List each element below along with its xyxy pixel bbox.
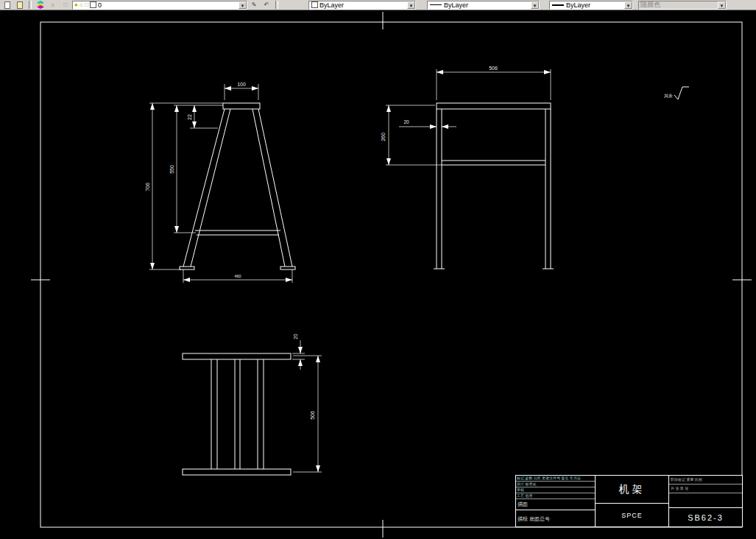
color-combo[interactable]: ByLayer ▼ <box>308 1 416 10</box>
dim-top-depth: 506 <box>310 411 315 420</box>
title-block-revision-table: 标记 处数 分区 更改文件号 签名 年月日 设计 标准化 审核 工艺 批准 描图… <box>516 476 596 526</box>
dim-front-total-height: 706 <box>145 183 150 191</box>
linetype-combo[interactable]: ByLayer ▼ <box>427 1 540 10</box>
revision-row: 工艺 批准 <box>516 493 595 499</box>
page-glyph <box>4 1 10 9</box>
part-name: 机架 <box>596 476 668 504</box>
toolbar: ☼ □ ● ☼ □ 0 ▼ ✎ ↶ ByLayer ▼ ByLayer ▼ By… <box>0 0 756 10</box>
color-combo-value: ByLayer <box>319 1 407 9</box>
drawing-canvas[interactable]: 100 22 550 706 460 506 260 20 20 506 其余 … <box>0 10 756 539</box>
toolbar-separator <box>275 1 278 9</box>
title-block-info-row: 阶段标记 重量 比例 <box>669 476 742 485</box>
title-block-name-column: 机架 SPCE <box>596 476 669 526</box>
color-combo-dropdown-arrow[interactable]: ▼ <box>407 1 415 9</box>
dim-front-bottom-width: 460 <box>234 274 241 278</box>
side-view-dimensions <box>386 69 551 165</box>
dim-side-height: 260 <box>381 133 386 141</box>
title-block-info-row: 共 张 第 张 <box>669 485 742 493</box>
title-block-sign-row: 描校 底图总号 <box>516 510 595 526</box>
color-swatch <box>311 1 318 8</box>
revision-row: 标记 处数 分区 更改文件号 签名 年月日 <box>516 476 595 482</box>
top-view <box>183 353 291 475</box>
dim-front-offset: 22 <box>187 114 192 120</box>
revision-row: 审核 <box>516 487 595 493</box>
linetype-combo-value: ByLayer <box>444 1 531 9</box>
layer-previous-icon[interactable]: ↶ <box>261 1 272 10</box>
side-view <box>434 103 554 269</box>
layer-freeze-sun-icon: ☼ <box>79 1 84 9</box>
plotstyle-combo-dropdown-arrow: ▼ <box>718 1 726 9</box>
lineweight-combo-value: ByLayer <box>566 1 624 9</box>
roughness-note-text: 其余 <box>664 94 673 99</box>
layer-combo[interactable]: ● ☼ □ 0 ▼ <box>72 1 247 10</box>
pencil-icon: ✎ <box>252 1 257 8</box>
dim-side-thickness: 20 <box>403 119 409 124</box>
front-view-dimensions <box>149 84 292 283</box>
drawing-number: SB62-3 <box>669 508 742 526</box>
dim-side-width: 506 <box>489 66 498 71</box>
layer-lock-icon: □ <box>85 1 88 9</box>
plotstyle-combo-value: 随颜色 <box>640 1 718 10</box>
layer-isolate-icon[interactable]: □ <box>60 1 71 10</box>
title-block-spacer <box>669 493 742 508</box>
new-drawing-icon[interactable] <box>1 1 13 10</box>
lineweight-combo-dropdown-arrow[interactable]: ▼ <box>624 1 632 9</box>
toolbar-separator <box>29 1 32 9</box>
title-block: 标记 处数 分区 更改文件号 签名 年月日 设计 标准化 审核 工艺 批准 描图… <box>515 475 743 527</box>
title-block-sign-row: 描图 <box>516 499 595 510</box>
layer-combo-dropdown-arrow[interactable]: ▼ <box>239 1 247 9</box>
lineweight-combo[interactable]: ByLayer ▼ <box>549 1 633 10</box>
cad-drawing: 100 22 550 706 460 506 260 20 20 506 其余 <box>0 10 756 539</box>
sheet-frame <box>31 12 752 538</box>
linetype-sample-icon <box>430 4 442 5</box>
layer-combo-value: 0 <box>98 1 239 9</box>
dimension-texts: 100 22 550 706 460 506 260 20 20 506 其余 <box>145 66 673 420</box>
layers-icon[interactable] <box>35 1 46 10</box>
material-label: SPCE <box>596 504 668 526</box>
surface-roughness-symbol <box>674 87 689 99</box>
linetype-combo-dropdown-arrow[interactable]: ▼ <box>531 1 539 9</box>
dim-front-mid-height: 550 <box>169 165 174 174</box>
layers-glyph <box>36 1 45 9</box>
square-icon: □ <box>64 1 68 8</box>
layer-on-bulb-icon: ● <box>74 1 78 9</box>
top-view-dimensions <box>292 340 322 472</box>
lineweight-sample-icon <box>552 4 564 6</box>
plotstyle-combo: 随颜色 ▼ <box>638 1 727 10</box>
title-block-number-column: 阶段标记 重量 比例 共 张 第 张 SB62-3 <box>669 476 742 526</box>
dim-top-thickness: 20 <box>293 334 298 339</box>
make-object-layer-current-icon[interactable]: ✎ <box>248 1 260 10</box>
revision-row: 设计 标准化 <box>516 482 595 487</box>
dim-front-top-width: 100 <box>237 82 246 87</box>
undo-arrow-icon: ↶ <box>264 1 269 8</box>
folder-glyph <box>17 1 23 9</box>
layer-states-icon[interactable]: ☼ <box>47 1 59 10</box>
open-drawing-icon[interactable] <box>14 1 26 10</box>
sun-icon: ☼ <box>50 1 55 8</box>
layer-color-swatch <box>90 1 96 8</box>
